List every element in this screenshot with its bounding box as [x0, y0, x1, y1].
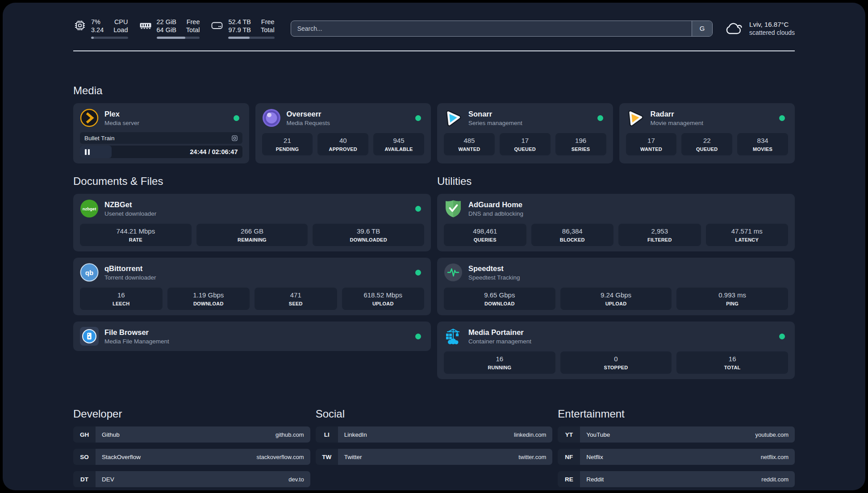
stat-label: RUNNING [447, 365, 553, 370]
memory-stat-widget: 22 GiB 64 GiB Free Total [139, 18, 200, 39]
stat-label: DOWNLOADED [315, 237, 421, 242]
qbittorrent-icon: qb [80, 263, 99, 282]
link-abbr: RE [558, 471, 580, 487]
search-bar: G [291, 21, 713, 37]
status-dot [779, 334, 785, 339]
stat-value: 945 [376, 137, 421, 145]
link-url: reddit.com [761, 476, 789, 483]
app-subtitle: Torrent downloader [104, 274, 156, 281]
app-card-nzbget[interactable]: nzbget NZBGet Usenet downloader 744.21 M… [73, 194, 431, 251]
stat-label: BLOCKED [534, 237, 611, 242]
svg-text:nzbget: nzbget [83, 206, 96, 211]
status-dot [779, 115, 785, 121]
player-time: 24:44 / 02:06:47 [190, 148, 242, 155]
stat-label: WANTED [629, 146, 674, 152]
app-title: Media Portainer [468, 328, 531, 337]
svg-text:qb: qb [85, 269, 93, 276]
link-netflix[interactable]: NF Netflix netflix.com [558, 449, 795, 465]
stat-value: 16 [447, 355, 553, 363]
stat-tile: 471 SEED [255, 288, 337, 310]
stat-label: APPROVED [320, 146, 366, 152]
stat-tile: 47.571 ms LATENCY [706, 224, 789, 246]
app-subtitle: Media File Management [104, 338, 169, 345]
app-card-speedtest[interactable]: Speedtest Speedtest Tracking 9.65 Gbps D… [437, 258, 795, 315]
link-url: twitter.com [518, 454, 546, 460]
stat-tile: 22 QUEUED [681, 133, 732, 155]
radarr-icon [626, 109, 645, 127]
overseerr-icon [262, 109, 281, 127]
stat-value: 2,953 [621, 227, 698, 235]
link-stackoverflow[interactable]: SO StackOverflow stackoverflow.com [73, 449, 310, 465]
app-card-adguard[interactable]: AdGuard Home DNS and adblocking 498,461 … [437, 194, 795, 251]
stat-tile: 16 TOTAL [676, 351, 788, 374]
stat-label: LEECH [83, 301, 160, 306]
sonarr-icon [444, 109, 463, 127]
stat-value: 9.65 Gbps [447, 291, 553, 299]
stat-tile: 16 RUNNING [444, 351, 555, 374]
link-linkedin[interactable]: LI LinkedIn linkedin.com [316, 426, 553, 443]
link-abbr: TW [316, 449, 338, 465]
stat-label: TOTAL [679, 365, 785, 370]
app-card-overseerr[interactable]: Overseerr Media Requests 21 PENDING 40 A… [255, 103, 431, 163]
stat-value: 744.21 Mbps [83, 227, 189, 235]
memory-free-value: 22 GiB [157, 18, 176, 26]
app-card-plex[interactable]: Plex Media server Bullet Train [73, 103, 249, 163]
stat-label: UPLOAD [345, 301, 422, 306]
stat-label: STOPPED [563, 365, 669, 370]
stat-tile: 618.52 Mbps UPLOAD [342, 288, 425, 310]
link-twitter[interactable]: TW Twitter twitter.com [316, 449, 553, 465]
app-card-filebrowser[interactable]: File Browser Media File Management [73, 322, 431, 351]
weather-widget: Lviv, 16.87°C scattered clouds [724, 21, 795, 36]
app-card-qbittorrent[interactable]: qb qBittorrent Torrent downloader 16 LEE… [73, 258, 431, 315]
pause-icon[interactable] [85, 149, 90, 155]
link-github[interactable]: GH Github github.com [73, 426, 310, 443]
cpu-usage-label: CPU [113, 18, 128, 26]
header: 7% 3.24 CPU Load [73, 18, 795, 39]
stat-label: PENDING [265, 146, 310, 152]
stat-label: QUEUED [502, 146, 548, 152]
section-documents: Documents & Files nzbget NZBGet Usenet d… [73, 175, 431, 351]
stat-label: DOWNLOAD [447, 301, 553, 306]
stat-label: FILTERED [621, 237, 698, 242]
stat-label: QUERIES [447, 237, 524, 242]
link-name: Twitter [344, 454, 362, 460]
app-title: qBittorrent [104, 264, 156, 273]
app-title: AdGuard Home [468, 201, 523, 209]
stat-value: 16 [679, 355, 785, 363]
memory-total-value: 64 GiB [157, 26, 176, 34]
app-card-sonarr[interactable]: Sonarr Series management 485 WANTED 17 Q… [437, 103, 613, 163]
app-subtitle: Series management [468, 120, 522, 126]
stat-label: REMAINING [199, 237, 305, 242]
app-card-portainer[interactable]: Media Portainer Container management 16 … [437, 322, 795, 379]
ram-icon [139, 19, 152, 32]
player-progress-bar[interactable]: 24:44 / 02:06:47 [80, 146, 242, 158]
app-title: File Browser [104, 328, 169, 337]
app-card-radarr[interactable]: Radarr Movie management 17 WANTED 22 QUE… [619, 103, 795, 163]
memory-progress-bar [157, 37, 200, 39]
link-name: StackOverflow [102, 454, 141, 460]
stat-tile: 498,461 QUERIES [444, 224, 526, 246]
stat-tile: 21 PENDING [262, 133, 313, 155]
stat-tile: 945 AVAILABLE [373, 133, 424, 155]
now-playing-title: Bullet Train [84, 135, 115, 142]
link-abbr: NF [558, 449, 580, 465]
link-reddit[interactable]: RE Reddit reddit.com [558, 471, 795, 487]
filebrowser-icon [80, 327, 99, 346]
search-input[interactable] [291, 21, 692, 36]
stat-value: 196 [558, 137, 604, 145]
stat-value: 266 GB [199, 227, 305, 235]
stat-value: 86,384 [534, 227, 611, 235]
app-subtitle: Movie management [651, 120, 704, 126]
stat-tile: 39.6 TB DOWNLOADED [313, 224, 424, 246]
cpu-stat-widget: 7% 3.24 CPU Load [73, 18, 128, 39]
stat-tile: 196 SERIES [555, 133, 606, 155]
status-dot [597, 115, 603, 121]
link-dev-to[interactable]: DT DEV dev.to [73, 471, 310, 487]
status-dot [415, 206, 421, 212]
disk-stat-widget: 52.4 TB 97.9 TB Free Total [210, 18, 274, 39]
cpu-usage-value: 7% [91, 18, 104, 26]
search-engine-button[interactable]: G [692, 21, 712, 36]
section-entertainment: Entertainment YT YouTube youtube.com NF … [558, 408, 795, 487]
link-youtube[interactable]: YT YouTube youtube.com [558, 426, 795, 443]
memory-total-label: Total [186, 26, 200, 34]
